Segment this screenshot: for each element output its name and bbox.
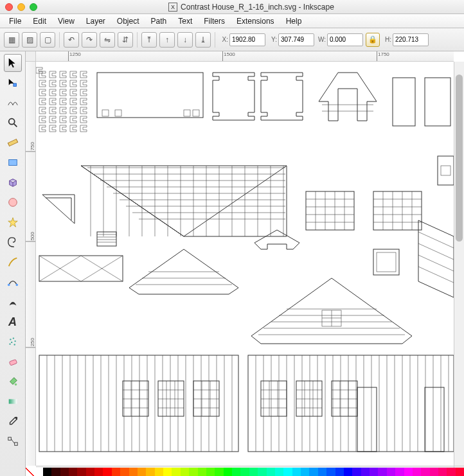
color-swatch[interactable] [249, 468, 258, 476]
color-swatch[interactable] [112, 468, 120, 476]
menu-filters[interactable]: Filters [199, 15, 230, 28]
color-swatch[interactable] [370, 468, 378, 476]
color-swatch[interactable] [283, 468, 292, 476]
lower-bottom-button[interactable]: ⤓ [195, 32, 211, 48]
menu-text[interactable]: Text [173, 15, 197, 28]
color-swatch[interactable] [352, 468, 361, 476]
dropper-tool[interactable] [4, 412, 22, 430]
spiral-tool[interactable] [4, 233, 22, 251]
menu-file[interactable]: File [4, 15, 26, 28]
color-swatch[interactable] [387, 468, 395, 476]
color-swatch[interactable] [267, 468, 275, 476]
select-all-layers-button[interactable]: ▨ [22, 32, 37, 48]
vertical-ruler[interactable]: 750 500 250 [26, 62, 36, 466]
color-swatch[interactable] [232, 468, 240, 476]
deselect-button[interactable]: ▢ [40, 32, 55, 48]
color-swatch[interactable] [361, 468, 370, 476]
color-swatch[interactable] [378, 468, 386, 476]
color-swatch[interactable] [43, 468, 51, 476]
color-swatch[interactable] [138, 468, 146, 476]
color-swatch[interactable] [309, 468, 317, 476]
menu-object[interactable]: Object [112, 15, 145, 28]
minimize-window-button[interactable] [17, 3, 25, 11]
y-input[interactable] [278, 33, 314, 46]
raise-top-button[interactable]: ⤒ [141, 32, 157, 48]
color-swatch[interactable] [413, 468, 421, 476]
color-swatch[interactable] [181, 468, 189, 476]
color-swatch[interactable] [447, 468, 455, 476]
lock-aspect-button[interactable]: 🔒 [366, 33, 380, 47]
color-swatch[interactable] [34, 468, 42, 476]
color-swatch[interactable] [335, 468, 344, 476]
color-swatch[interactable] [275, 468, 283, 476]
menu-view[interactable]: View [53, 15, 80, 28]
color-swatch[interactable] [163, 468, 172, 476]
menu-extensions[interactable]: Extensions [231, 15, 280, 28]
node-tool[interactable] [4, 74, 22, 92]
color-swatch[interactable] [344, 468, 352, 476]
calligraphy-tool[interactable] [4, 293, 22, 311]
canvas[interactable] [36, 62, 454, 466]
x-input[interactable] [229, 33, 265, 46]
connector-tool[interactable] [4, 432, 22, 450]
rectangle-tool[interactable] [4, 154, 22, 172]
color-swatch[interactable] [421, 468, 429, 476]
menu-path[interactable]: Path [146, 15, 172, 28]
rotate-ccw-button[interactable]: ↶ [64, 32, 79, 48]
color-swatch[interactable] [301, 468, 309, 476]
star-tool[interactable] [4, 213, 22, 231]
menu-edit[interactable]: Edit [28, 15, 51, 28]
tweak-tool[interactable] [4, 94, 22, 112]
color-swatch[interactable] [51, 468, 60, 476]
pencil-tool[interactable] [4, 253, 22, 271]
text-tool[interactable]: A [4, 313, 22, 331]
color-swatch[interactable] [258, 468, 266, 476]
color-swatch[interactable] [438, 468, 447, 476]
color-swatch[interactable] [155, 468, 163, 476]
color-swatch[interactable] [60, 468, 69, 476]
color-swatch[interactable] [318, 468, 326, 476]
h-input[interactable] [393, 33, 429, 46]
bezier-tool[interactable] [4, 273, 22, 291]
color-swatch[interactable] [94, 468, 103, 476]
horizontal-ruler[interactable]: 1250 1500 1750 [36, 51, 454, 62]
color-swatch[interactable] [206, 468, 215, 476]
scrollbar-thumb[interactable] [456, 75, 463, 242]
color-swatch[interactable] [292, 468, 301, 476]
select-all-button[interactable]: ▦ [4, 32, 19, 48]
w-input[interactable] [327, 33, 363, 46]
menu-help[interactable]: Help [281, 15, 307, 28]
measure-tool[interactable] [4, 134, 22, 152]
paintbucket-tool[interactable] [4, 373, 22, 391]
color-swatch[interactable] [326, 468, 335, 476]
color-swatch[interactable] [86, 468, 94, 476]
gradient-tool[interactable] [4, 392, 22, 410]
color-swatch[interactable] [103, 468, 111, 476]
color-swatch[interactable] [146, 468, 154, 476]
zoom-window-button[interactable] [30, 3, 37, 11]
color-swatch[interactable] [198, 468, 206, 476]
color-swatch[interactable] [224, 468, 232, 476]
close-window-button[interactable] [5, 3, 13, 11]
flip-horizontal-button[interactable]: ⇋ [100, 32, 115, 48]
zoom-tool[interactable] [4, 114, 22, 132]
vertical-scrollbar[interactable] [454, 62, 464, 466]
swatch-none[interactable] [26, 468, 34, 476]
menu-layer[interactable]: Layer [81, 15, 111, 28]
flip-vertical-button[interactable]: ⇵ [118, 32, 133, 48]
color-swatch[interactable] [456, 468, 464, 476]
color-swatch[interactable] [430, 468, 438, 476]
ruler-origin[interactable] [26, 51, 36, 62]
spray-tool[interactable] [4, 333, 22, 351]
eraser-tool[interactable] [4, 353, 22, 371]
lower-button[interactable]: ↓ [177, 32, 193, 48]
raise-button[interactable]: ↑ [159, 32, 175, 48]
color-swatch[interactable] [77, 468, 85, 476]
color-swatch[interactable] [240, 468, 249, 476]
color-swatch[interactable] [395, 468, 404, 476]
color-swatch[interactable] [172, 468, 180, 476]
3dbox-tool[interactable] [4, 173, 22, 191]
color-swatch[interactable] [129, 468, 138, 476]
color-swatch[interactable] [69, 468, 77, 476]
color-swatch[interactable] [189, 468, 197, 476]
